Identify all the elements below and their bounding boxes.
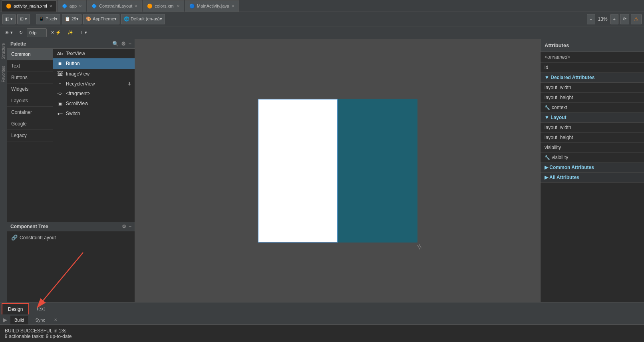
palette-cat-widgets[interactable]: Widgets [7,84,53,95]
attr-layout-section[interactable]: ▼ Layout [541,113,644,123]
zoom-level: 13% [597,16,609,22]
tab-mainactivity[interactable]: 🔵 MainActivity.java ✕ [185,0,239,12]
tree-item-label: ConstraintLayout [20,235,56,241]
locale-btn[interactable]: 🌐 Default (en-us)▾ [121,14,165,24]
magic-btn[interactable]: ✨ [65,28,76,38]
device-btn[interactable]: 📱 Pixel▾ [36,14,60,24]
attr-id[interactable]: id [541,63,644,73]
palette-cat-google[interactable]: Google [7,118,53,130]
palette-title: Palette [10,41,26,47]
comp-tree-minus-icon[interactable]: − [129,224,131,229]
palette-item-imageview[interactable]: 🖼 ImageView [53,69,135,79]
design-surface-btn[interactable]: ◧ ▾ [2,14,16,24]
zoom-in-btn[interactable]: + [610,14,618,24]
tab-app[interactable]: 🔷 app ✕ [58,0,86,12]
tab-activity-main[interactable]: 🟠 activity_main.xml ✕ [2,0,57,12]
design-canvas[interactable]: // [135,39,540,302]
build-output: BUILD SUCCESSFUL in 13s 9 actionable tas… [4,326,640,341]
warning-btn[interactable]: ⚠ [631,14,642,24]
tab-close[interactable]: ✕ [231,4,235,8]
attributes-title: Attributes [545,42,569,48]
view-options-btn[interactable]: 👁 ▾ [2,28,15,38]
palette-cat-container[interactable]: Container [7,107,53,118]
zoom-out-btn[interactable]: − [587,14,595,24]
tab-icon: 🔷 [91,4,97,9]
build-close-icon[interactable]: ✕ [54,318,57,322]
build-tab-build[interactable]: Build [10,316,28,324]
palette-settings-icon[interactable]: ⚙ [121,41,126,47]
bottom-tab-bar: Design Text [0,302,644,315]
palette-cat-common[interactable]: Common [7,49,53,60]
palette-item-recyclerview[interactable]: ≡ RecyclerView ⬇ [53,79,135,89]
side-structure[interactable]: Structure [0,41,6,62]
palette-cat-text[interactable]: Text [7,60,53,72]
tab-close[interactable]: ✕ [49,4,52,8]
fragment-icon: <> [56,91,64,96]
build-tab-sync[interactable]: Sync [31,316,49,324]
palette-header: Palette 🔍 ⚙ − [7,39,135,49]
tab-colors[interactable]: 🟠 colors.xml ✕ [143,0,184,12]
tab-close[interactable]: ✕ [134,4,137,8]
button-icon: ■ [56,60,64,67]
attr-context[interactable]: 🔧 context [541,103,644,113]
attr-visibility[interactable]: visibility [541,143,644,153]
refresh-icon: ↻ [19,30,23,35]
tab-icon: 🟠 [147,4,153,9]
palette-cat-layouts[interactable]: Layouts [7,95,53,107]
attributes-panel: Attributes <unnamed> id ▼ Declared Attri… [540,39,644,302]
bottom-tab-design[interactable]: Design [2,303,29,314]
clear-constraints-btn[interactable]: ✕ ⚡ [48,28,64,38]
theme-btn[interactable]: 🎨 AppTheme▾ [83,14,119,24]
canvas-white-screen[interactable] [258,99,338,243]
zoom-out-icon: − [590,17,592,22]
attr-layout-width[interactable]: layout_width [541,83,644,93]
palette-item-button[interactable]: ■ Button [53,58,135,69]
sub-toolbar: 👁 ▾ ↻ ✕ ⚡ ✨ ⊤ ▾ [0,26,644,39]
tab-icon: 🔵 [189,4,195,9]
comp-tree-settings-icon[interactable]: ⚙ [122,224,126,229]
clear-lines-icon: ⚡ [56,30,61,35]
refresh-btn[interactable]: ↻ [17,28,25,38]
tree-item-constraintlayout[interactable]: 🔗 ConstraintLayout [7,233,135,242]
tab-close[interactable]: ✕ [177,4,180,8]
palette-item-textview[interactable]: Ab TextView [53,49,135,58]
theme-icon: 🎨 [86,16,91,22]
attr-visibility2[interactable]: 🔧 visibility [541,153,644,163]
blueprint-btn[interactable]: ⊞ ▾ [17,14,30,24]
magic-icon: ✨ [68,30,73,35]
palette-item-fragment[interactable]: <> <fragment> [53,89,135,98]
palette-minus-icon[interactable]: − [128,41,131,47]
attr-unnamed: <unnamed> [541,52,644,63]
attr-all-section[interactable]: ▶ All Attributes [541,173,644,183]
align-btn[interactable]: ⊤ ▾ [77,28,89,38]
attributes-header: Attributes [541,39,644,52]
build-run-icon: ▶ [3,317,7,323]
palette-cat-legacy[interactable]: Legacy [7,130,53,141]
attr-declared-section[interactable]: ▼ Declared Attributes [541,73,644,83]
palette-cat-buttons[interactable]: Buttons [7,72,53,84]
api-btn[interactable]: 📋 29▾ [62,14,81,24]
device-icon: 📱 [39,16,44,22]
tab-constraint[interactable]: 🔷 ConstraintLayout ✕ [87,0,142,12]
attr-layout-width2[interactable]: layout_width [541,123,644,133]
bottom-tab-text[interactable]: Text [30,303,50,314]
arrow-area [7,268,135,302]
palette-item-scrollview[interactable]: ▣ ScrollView [53,98,135,109]
side-favorites[interactable]: Favorites [0,64,6,85]
tab-close[interactable]: ✕ [79,4,82,8]
constraint-layout-icon: 🔗 [11,235,18,241]
attr-layout-height2[interactable]: layout_height [541,133,644,143]
margin-input[interactable] [27,28,47,37]
eye-arrow: ▾ [10,30,13,35]
component-tree-title: Component Tree [10,224,48,229]
attr-common-section[interactable]: ▶ Common Attributes [541,163,644,173]
attr-layout-height[interactable]: layout_height [541,93,644,103]
side-strip: Structure Favorites [0,39,7,302]
zoom-fit-btn[interactable]: ⟳ [620,14,629,24]
canvas-dark-screen[interactable] [338,99,417,243]
zoom-fit-icon: ⟳ [623,16,626,22]
palette-item-switch[interactable]: ●─ Switch [53,109,135,118]
main-area: Structure Favorites Palette 🔍 ⚙ − Common… [0,39,644,302]
api-label: 29▾ [72,16,79,22]
palette-search-icon[interactable]: 🔍 [112,41,119,47]
